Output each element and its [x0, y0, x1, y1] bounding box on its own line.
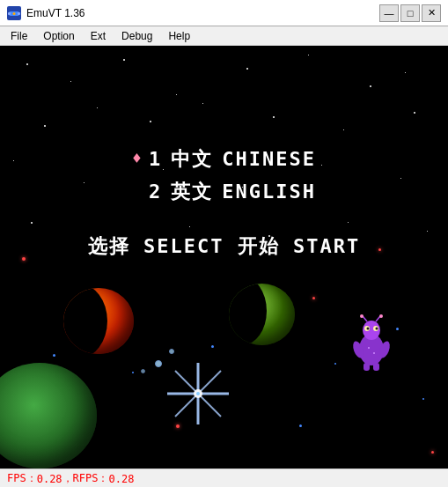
lang-line-2: ♦ 2 英文 ENGLISH	[132, 175, 316, 208]
game-instruction: 选择 SELECT 开始 START	[88, 233, 360, 260]
title-bar: EmuVT 1.36 — □ ✕	[0, 0, 448, 26]
lang-1-number: 1	[149, 143, 162, 175]
svg-point-12	[360, 314, 364, 318]
window-title: EmuVT 1.36	[26, 7, 84, 19]
status-bar: FPS： 0.28 ，RFPS： 0.28	[0, 469, 448, 487]
svg-rect-3	[18, 12, 20, 15]
menu-help[interactable]: Help	[161, 28, 197, 44]
svg-point-10	[375, 328, 378, 330]
svg-rect-17	[364, 363, 370, 371]
emulator-screen: ♦ 1 中文 CHINESE ♦ 2 英文 ENGLISH 选择 SELECT …	[0, 46, 448, 469]
lang-2-english: ENGLISH	[222, 175, 316, 208]
language-select: ♦ 1 中文 CHINESE ♦ 2 英文 ENGLISH	[132, 143, 316, 209]
menu-option[interactable]: Option	[36, 28, 81, 44]
close-button[interactable]: ✕	[422, 4, 441, 22]
sparkle-starburst	[163, 358, 233, 429]
svg-point-14	[379, 314, 383, 318]
lang-2-number: 2	[149, 175, 162, 208]
selection-arrow: ♦	[132, 145, 143, 173]
sprite-character	[347, 314, 395, 376]
menu-file[interactable]: File	[4, 28, 34, 44]
lang-line-1: ♦ 1 中文 CHINESE	[132, 143, 316, 175]
maximize-button[interactable]: □	[400, 4, 420, 22]
svg-point-9	[366, 328, 369, 330]
lang-1-english: CHINESE	[222, 143, 316, 175]
title-bar-controls: — □ ✕	[379, 4, 441, 22]
svg-rect-18	[373, 363, 379, 371]
svg-point-26	[196, 392, 200, 395]
lang-1-chinese: 中文	[171, 143, 213, 175]
menu-debug[interactable]: Debug	[114, 28, 159, 44]
planet-red	[63, 288, 134, 354]
title-bar-left: EmuVT 1.36	[7, 6, 84, 20]
rfps-label: ，RFPS：	[62, 471, 109, 486]
fps-value: 0.28	[37, 473, 62, 485]
bubble-3	[141, 369, 145, 373]
bubble-1	[155, 360, 162, 367]
svg-rect-2	[8, 12, 11, 15]
bubble-2	[169, 349, 174, 354]
sprite-svg	[349, 314, 393, 372]
fps-label: FPS：	[7, 471, 37, 486]
svg-point-19	[368, 347, 370, 349]
svg-point-4	[13, 12, 16, 15]
svg-point-20	[373, 352, 375, 354]
app-icon	[7, 6, 21, 20]
rfps-value: 0.28	[109, 473, 135, 485]
menu-bar: File Option Ext Debug Help	[0, 26, 448, 46]
minimize-button[interactable]: —	[379, 4, 399, 22]
menu-ext[interactable]: Ext	[84, 28, 113, 44]
planet-green	[229, 284, 295, 345]
lang-2-chinese: 英文	[171, 175, 213, 208]
